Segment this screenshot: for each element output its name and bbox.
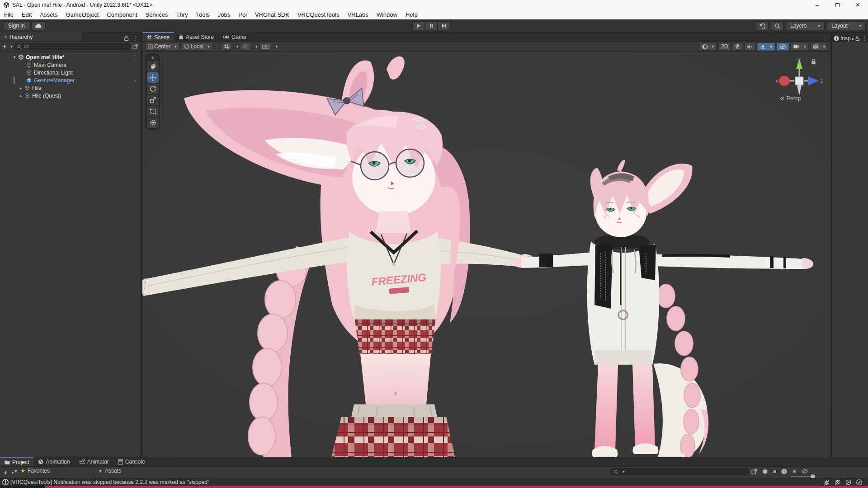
projection-toggle[interactable]: Persp	[779, 95, 801, 102]
assets-folder[interactable]: ▼ Assets	[98, 468, 121, 474]
column-divider[interactable]	[94, 466, 94, 478]
draw-mode-dropdown[interactable]: ▾	[699, 43, 717, 51]
scene-camera-dropdown[interactable]: ▾	[791, 43, 809, 51]
favorites-folder[interactable]: ▼ ★ Favorites	[14, 468, 50, 474]
menu-edit[interactable]: Edit	[18, 11, 36, 18]
step-button[interactable]	[438, 21, 450, 30]
effects-dropdown[interactable]: ▾	[757, 43, 775, 51]
hierarchy-row-hile[interactable]: ▸ Hile	[0, 84, 141, 92]
pivot-mode-dropdown[interactable]: Center ▾	[145, 43, 179, 51]
tab-hierarchy[interactable]: ≡ Hierarchy	[0, 32, 81, 42]
scene-audio-toggle[interactable]	[744, 43, 755, 51]
scene-3d-render: FREEZING	[142, 52, 830, 457]
status-bar[interactable]: [VRCQuestTools] Notification was skipped…	[0, 478, 868, 486]
hierarchy-search-input[interactable]	[14, 43, 131, 50]
chevron-down-icon[interactable]: ▾	[255, 44, 258, 49]
chevron-down-icon[interactable]: ▾	[236, 44, 239, 49]
move-tool[interactable]	[147, 72, 159, 83]
unity-toolbar: Sign in Layers ▾ Layout ▾	[0, 19, 868, 33]
menu-file[interactable]: File	[0, 11, 18, 18]
layout-dropdown[interactable]: Layout ▾	[827, 21, 866, 30]
play-button[interactable]	[412, 21, 425, 30]
menu-help[interactable]: Help	[401, 11, 422, 18]
chevron-right-icon: ▸	[852, 36, 854, 41]
pause-button[interactable]	[425, 21, 438, 30]
chevron-down-icon: ▾	[208, 44, 210, 49]
viewport-lock-icon[interactable]	[811, 59, 816, 65]
chevron-down-icon[interactable]: ▾	[276, 44, 278, 49]
hierarchy-row-main-camera[interactable]: Main Camera	[0, 61, 141, 69]
tab-game[interactable]: Game	[218, 32, 251, 42]
tab-asset-store[interactable]: Asset Store	[174, 32, 218, 42]
open-in-window-icon[interactable]	[132, 44, 138, 49]
menu-assets[interactable]: Assets	[36, 11, 61, 18]
scene-viewport[interactable]: FREEZING	[142, 52, 830, 457]
snap-increment-button[interactable]	[259, 43, 271, 51]
chevron-down-icon: ▾	[818, 23, 820, 28]
view-hand-tool[interactable]	[147, 61, 159, 71]
hierarchy-row-scene[interactable]: ▼ Open me! Hile* ⋮	[0, 53, 141, 61]
kebab-menu-icon[interactable]: ⋮	[862, 35, 868, 42]
rotate-tool[interactable]	[147, 84, 159, 94]
orientation-dropdown[interactable]: Local ▾	[181, 43, 212, 51]
progress-check-icon[interactable]	[856, 479, 863, 486]
kebab-menu-icon[interactable]: ⋮	[822, 35, 828, 42]
grid-visibility-toggle[interactable]	[240, 43, 251, 51]
cloud-services-button[interactable]	[31, 21, 46, 30]
tab-console[interactable]: Console	[113, 457, 150, 466]
pivot-icon	[148, 44, 153, 49]
menu-services[interactable]: Services	[142, 11, 172, 18]
cache-slash-icon[interactable]	[834, 479, 841, 486]
hierarchy-row-directional-light[interactable]: Directional Light	[0, 69, 141, 76]
tab-animation[interactable]: Animation	[33, 457, 74, 466]
unlock-icon[interactable]	[855, 36, 860, 41]
search-button[interactable]	[771, 21, 783, 30]
grid-snap-toggle[interactable]	[221, 43, 232, 51]
tab-project[interactable]: Project	[0, 457, 33, 466]
scene-kebab-icon[interactable]: ⋮	[132, 54, 137, 61]
tab-animator[interactable]: Animator	[75, 457, 113, 466]
menu-component[interactable]: Component	[103, 11, 141, 18]
layers-dropdown[interactable]: Layers ▾	[786, 21, 825, 30]
menu-jobs[interactable]: Jobs	[214, 11, 234, 18]
gizmos-dropdown[interactable]: ▾	[810, 43, 828, 51]
prefab-arrow-icon[interactable]: ›	[134, 78, 136, 83]
foldout-closed-icon[interactable]: ▸	[18, 94, 24, 98]
foldout-closed-icon[interactable]: ▸	[18, 86, 24, 90]
unlock-icon[interactable]	[124, 36, 129, 41]
menu-vrcquesttools[interactable]: VRCQuestTools	[293, 11, 343, 18]
minimize-button[interactable]: –	[807, 0, 827, 10]
scene-lighting-toggle[interactable]	[732, 43, 742, 51]
create-add-button[interactable]: +	[3, 43, 6, 50]
hidden-objects-toggle[interactable]	[777, 43, 789, 51]
menu-window[interactable]: Window	[373, 11, 401, 18]
menu-tools[interactable]: Tools	[192, 11, 213, 18]
menu-vrchat-sdk[interactable]: VRChat SDK	[251, 11, 293, 18]
menu-vrlabs[interactable]: VRLabs	[343, 11, 372, 18]
menu-thry[interactable]: Thry	[172, 11, 192, 18]
restore-icon	[835, 3, 840, 7]
restore-button[interactable]	[827, 0, 848, 10]
menu-poi[interactable]: Poi	[234, 11, 251, 18]
grid-snap-icon	[224, 44, 229, 49]
animator-graph-icon	[79, 459, 85, 464]
overlay-drag-handle[interactable]: ≡	[151, 56, 154, 60]
collab-slash-icon[interactable]	[845, 479, 852, 486]
close-button[interactable]: ×	[848, 0, 868, 10]
hierarchy-row-gesturemanager[interactable]: GestureManager ›	[0, 76, 141, 84]
kebab-menu-icon[interactable]: ⋮	[132, 35, 138, 42]
transform-tool[interactable]	[147, 117, 159, 128]
2d-mode-toggle[interactable]: 2D	[718, 43, 731, 51]
scale-tool[interactable]	[147, 95, 159, 105]
tab-inspector[interactable]: Insp ▸	[833, 35, 855, 42]
foldout-open-icon[interactable]: ▼	[12, 55, 17, 60]
orientation-gizmo[interactable]: y x z	[774, 56, 824, 110]
menu-gameobject[interactable]: GameObject	[61, 11, 103, 18]
undo-history-button[interactable]	[756, 21, 769, 30]
rect-tool[interactable]	[147, 106, 159, 117]
sign-in-button[interactable]: Sign in	[4, 21, 29, 30]
hierarchy-row-hile-quest[interactable]: ▸ Hile (Quest)	[0, 92, 141, 99]
debugger-slash-icon[interactable]	[823, 479, 830, 486]
chevron-down-icon: ▾	[712, 44, 714, 49]
tab-scene[interactable]: Scene	[142, 32, 174, 42]
